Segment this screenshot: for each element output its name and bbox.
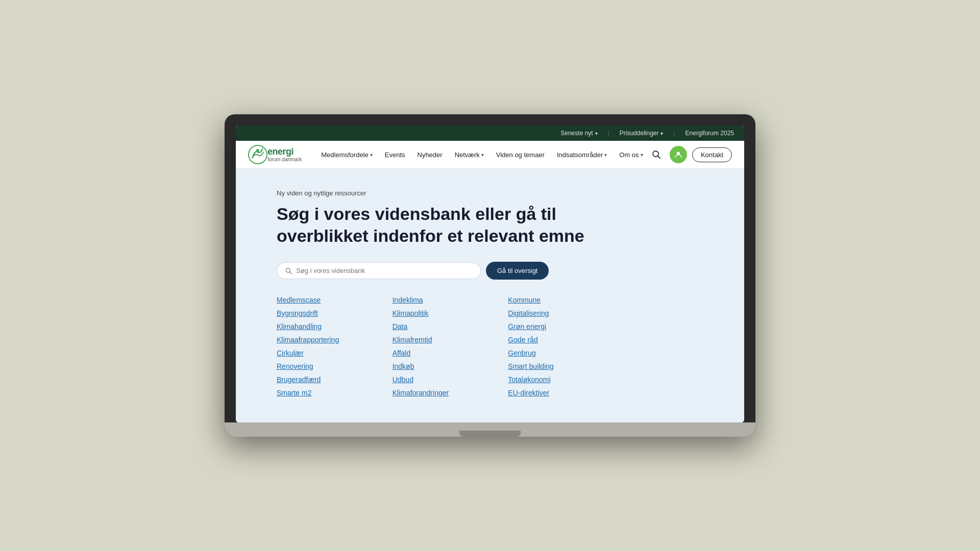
topic-link-data[interactable]: Data [393, 322, 508, 331]
topbar-energiforum[interactable]: Energiforum 2025 [685, 130, 734, 137]
topics-col-1: Medlemscase Bygningsdrift Klimahandling … [277, 296, 393, 397]
search-input-wrapper[interactable] [277, 262, 481, 279]
search-row: Gå til oversigt [277, 262, 703, 280]
chevron-icon: ▾ [660, 131, 663, 136]
hero-subtitle: Ny viden og nyttige ressourcer [277, 189, 703, 197]
topic-link-klimahandling[interactable]: Klimahandling [277, 322, 393, 331]
nav-indsats[interactable]: Indsatsområder ▾ [552, 148, 612, 162]
user-icon [674, 151, 682, 159]
topic-link-smart-building[interactable]: Smart building [508, 362, 624, 370]
topics-grid: Medlemscase Bygningsdrift Klimahandling … [277, 296, 624, 397]
topic-link-bygningsdrift[interactable]: Bygningsdrift [277, 309, 393, 317]
nav-viden[interactable]: Viden og temaer [491, 148, 550, 162]
top-bar: Seneste nyt ▾ | Prisuddelinger ▾ | Energ… [236, 126, 744, 141]
svg-point-1 [256, 149, 259, 152]
search-icon [652, 150, 661, 159]
nav-actions: Kontakt [648, 146, 732, 163]
topic-link-eu-direktiver[interactable]: EU-direktiver [508, 389, 624, 397]
nav-nyheder[interactable]: Nyheder [412, 148, 448, 162]
topic-link-klimaforandringer[interactable]: Klimaforandringer [393, 389, 508, 397]
topic-link-genbrug[interactable]: Genbrug [508, 349, 624, 357]
topbar-prisuddelinger[interactable]: Prisuddelinger ▾ [620, 130, 664, 137]
topic-link-klimafremtid[interactable]: Klimafremtid [393, 336, 508, 344]
topic-link-kommune[interactable]: Kommune [508, 296, 624, 304]
user-account-button[interactable] [670, 146, 687, 163]
laptop-base [225, 422, 755, 437]
go-to-overview-button[interactable]: Gå til oversigt [486, 262, 549, 280]
nav-events[interactable]: Events [380, 148, 410, 162]
svg-line-6 [289, 271, 291, 273]
topics-col-2: Indeklima Klimapolitik Data Klimafremtid… [393, 296, 508, 397]
nav-om-os[interactable]: Om os ▾ [614, 148, 648, 162]
topic-link-totalokonomi[interactable]: Totaløkonomi [508, 375, 624, 384]
search-icon [285, 267, 292, 274]
chevron-down-icon: ▾ [641, 152, 643, 158]
svg-line-3 [657, 156, 660, 159]
topic-link-klimaafrapportering[interactable]: Klimaafrapportering [277, 336, 393, 344]
topbar-seneste-nyt[interactable]: Seneste nyt ▾ [560, 130, 597, 137]
topic-link-affald[interactable]: Affald [393, 349, 508, 357]
chevron-down-icon: ▾ [604, 152, 607, 158]
search-input[interactable] [296, 267, 472, 274]
nav-links: Medlemsfordele ▾ Events Nyheder Netværk … [316, 148, 648, 162]
screen: Seneste nyt ▾ | Prisuddelinger ▾ | Energ… [236, 126, 744, 422]
nav-medlemsfordele[interactable]: Medlemsfordele ▾ [316, 148, 378, 162]
nav-netvaerk[interactable]: Netværk ▾ [450, 148, 489, 162]
topic-link-gode-raad[interactable]: Gode råd [508, 336, 624, 344]
svg-point-0 [249, 145, 267, 164]
topic-link-groen-energi[interactable]: Grøn energi [508, 322, 624, 331]
topic-link-digitalisering[interactable]: Digitalisering [508, 309, 624, 317]
topic-link-indeklima[interactable]: Indeklima [393, 296, 508, 304]
chevron-down-icon: ▾ [481, 152, 484, 158]
chevron-down-icon: ▾ [370, 152, 373, 158]
hero-section: Ny viden og nyttige ressourcer Søg i vor… [236, 169, 744, 422]
laptop-notch [459, 431, 521, 437]
topic-link-renovering[interactable]: Renovering [277, 362, 393, 370]
topic-link-smarte-m2[interactable]: Smarte m2 [277, 389, 393, 397]
logo-icon [248, 145, 267, 164]
logo-energi: energi [267, 147, 302, 157]
topic-link-indkob[interactable]: Indkøb [393, 362, 508, 370]
search-icon-button[interactable] [648, 146, 665, 163]
laptop-frame: Seneste nyt ▾ | Prisuddelinger ▾ | Energ… [225, 114, 755, 437]
kontakt-button[interactable]: Kontakt [692, 147, 732, 162]
topics-col-3: Kommune Digitalisering Grøn energi Gode … [508, 296, 624, 397]
logo-sub: forum danmark [267, 157, 302, 162]
topic-link-cirkulaer[interactable]: Cirkulær [277, 349, 393, 357]
hero-title: Søg i vores vidensbank eller gå til over… [277, 203, 624, 246]
topic-link-brugeradfaerd[interactable]: Brugeradfærd [277, 375, 393, 384]
topic-link-klimapolitik[interactable]: Klimapolitik [393, 309, 508, 317]
chevron-icon: ▾ [595, 131, 598, 136]
main-nav: energi forum danmark Medlemsfordele ▾ Ev… [236, 141, 744, 169]
topic-link-udbud[interactable]: Udbud [393, 375, 508, 384]
logo[interactable]: energi forum danmark [248, 145, 302, 164]
topic-link-medlemscase[interactable]: Medlemscase [277, 296, 393, 304]
